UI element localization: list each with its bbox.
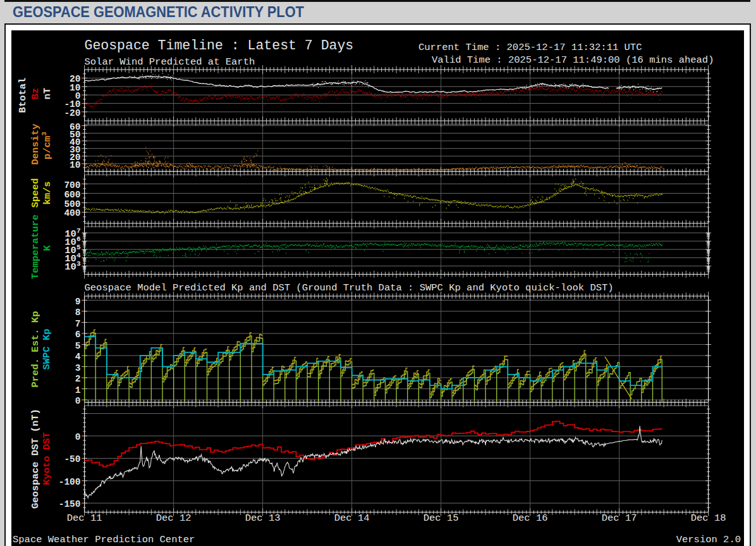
svg-text:Space Weather Prediction Cente: Space Weather Prediction Center [13, 534, 195, 545]
svg-text:-100: -100 [59, 477, 81, 487]
svg-text:8: 8 [75, 307, 81, 318]
svg-text:-50: -50 [64, 454, 80, 464]
svg-text:Dec 15: Dec 15 [424, 512, 459, 524]
svg-text:Temperature: Temperature [30, 214, 41, 279]
svg-text:Dec 16: Dec 16 [513, 512, 548, 524]
svg-text:1: 1 [75, 385, 81, 395]
svg-text:Geospace Model Predicted Kp an: Geospace Model Predicted Kp and DST (Gro… [85, 282, 614, 294]
svg-text:400: 400 [64, 208, 80, 218]
svg-text:103: 103 [64, 260, 81, 273]
svg-text:Solar Wind Predicted at Earth: Solar Wind Predicted at Earth [85, 56, 255, 68]
svg-text:0: 0 [75, 432, 81, 442]
svg-text:K: K [42, 245, 53, 251]
svg-text:10: 10 [70, 160, 80, 170]
svg-text:4: 4 [75, 352, 81, 362]
svg-text:p/cm3: p/cm3 [40, 132, 53, 159]
svg-text:Geospace DST (nT): Geospace DST (nT) [30, 409, 41, 509]
svg-text:7: 7 [75, 319, 81, 329]
svg-text:Dec 14: Dec 14 [334, 512, 370, 524]
svg-text:Valid Time : 2025-12-17 11:49:: Valid Time : 2025-12-17 11:49:00 (16 min… [432, 54, 714, 66]
svg-text:SWPC Kp: SWPC Kp [41, 328, 52, 369]
svg-text:Version 2.0: Version 2.0 [676, 534, 741, 545]
svg-text:9: 9 [75, 297, 81, 307]
svg-text:0: 0 [75, 396, 81, 406]
svg-text:Dec 18: Dec 18 [691, 512, 726, 524]
svg-text:5: 5 [75, 341, 81, 351]
svg-text:Bz: Bz [30, 88, 41, 100]
svg-text:Geospace Timeline : Latest 7 D: Geospace Timeline : Latest 7 Days [85, 38, 354, 53]
svg-text:6: 6 [75, 330, 81, 340]
svg-text:Pred. Est. Kp: Pred. Est. Kp [30, 311, 41, 388]
svg-text:Kyoto DST: Kyoto DST [41, 432, 52, 485]
svg-text:600: 600 [64, 190, 80, 200]
svg-text:3: 3 [75, 363, 81, 373]
svg-text:Dec 13: Dec 13 [245, 512, 281, 524]
svg-text:Density: Density [30, 123, 41, 164]
svg-text:-20: -20 [64, 108, 80, 118]
svg-text:700: 700 [64, 180, 80, 190]
svg-text:2: 2 [75, 374, 81, 384]
svg-text:Dec 17: Dec 17 [602, 512, 637, 524]
svg-text:Current Time : 2025-12-17 11:3: Current Time : 2025-12-17 11:32:11 UTC [418, 42, 642, 53]
svg-text:nT: nT [42, 88, 53, 100]
svg-text:Btotal: Btotal [17, 78, 28, 113]
svg-text:Dec 11: Dec 11 [67, 512, 102, 524]
svg-text:-150: -150 [59, 499, 81, 509]
svg-text:km/s: km/s [42, 181, 53, 204]
svg-text:Speed: Speed [30, 178, 41, 208]
svg-text:Dec 12: Dec 12 [156, 512, 192, 524]
svg-text:500: 500 [64, 199, 80, 209]
